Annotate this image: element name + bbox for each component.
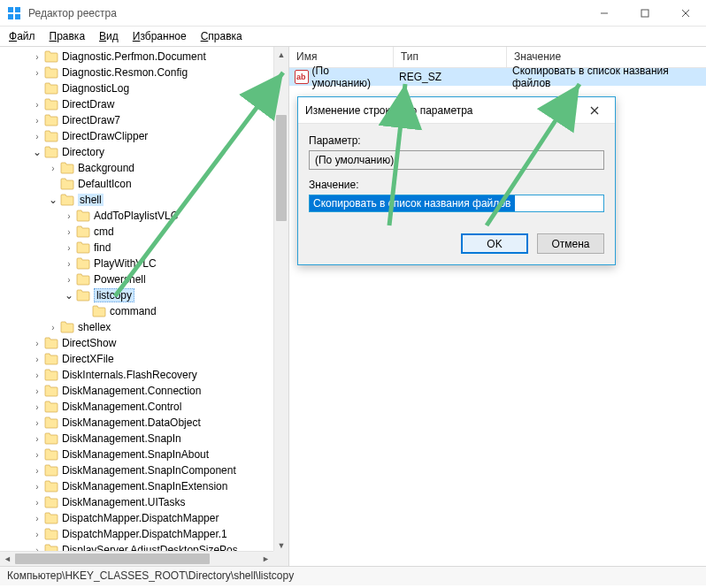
tree-item[interactable]: ›Powershell — [0, 271, 288, 287]
chevron-right-icon[interactable]: › — [48, 323, 58, 332]
tree-item[interactable]: ›DiskInternals.FlashRecovery — [0, 367, 288, 383]
tree-item[interactable]: ›Diagnostic.Resmon.Config — [0, 65, 288, 80]
tree[interactable]: ›Diagnostic.Perfmon.Document›Diagnostic.… — [0, 47, 288, 553]
chevron-right-icon[interactable]: › — [48, 164, 58, 173]
chevron-right-icon[interactable]: › — [32, 434, 42, 444]
tree-item[interactable]: ›DispatchMapper.DispatchMapper.1 — [0, 526, 288, 542]
tree-item-label: DispatchMapper.DispatchMapper.1 — [62, 528, 227, 540]
scroll-right-icon[interactable]: ► — [258, 552, 273, 566]
chevron-down-icon[interactable]: ⌄ — [48, 194, 58, 206]
tree-item[interactable]: ›Background — [0, 160, 288, 176]
folder-icon — [44, 496, 58, 508]
chevron-right-icon[interactable]: › — [32, 402, 42, 412]
chevron-right-icon[interactable]: › — [32, 418, 42, 428]
scroll-thumb-h[interactable] — [15, 554, 210, 564]
tree-item[interactable]: DefaultIcon — [0, 176, 288, 192]
menu-view[interactable]: Вид — [99, 30, 119, 42]
tree-item[interactable]: ›DiskManagement.SnapIn — [0, 431, 288, 447]
menu-help[interactable]: Справка — [201, 30, 242, 42]
chevron-right-icon[interactable]: › — [32, 132, 42, 141]
chevron-right-icon[interactable]: › — [64, 275, 74, 285]
tree-item[interactable]: ›DiskManagement.Connection — [0, 383, 288, 399]
tree-item[interactable]: ›cmd — [0, 224, 288, 240]
cell-name: (По умолчанию) — [289, 65, 394, 89]
tree-item-label: Directory — [62, 146, 104, 158]
list-row[interactable]: (По умолчанию) REG_SZ Скопировать в спис… — [289, 68, 706, 86]
scroll-up-icon[interactable]: ▲ — [274, 47, 288, 62]
tree-item[interactable]: ›DirectShow — [0, 335, 288, 351]
param-field: (По умолчанию) — [309, 150, 604, 170]
menu-edit[interactable]: Правка — [50, 30, 86, 42]
tree-item[interactable]: DiagnosticLog — [0, 80, 288, 96]
tree-item[interactable]: ›DirectXFile — [0, 351, 288, 367]
menu-favorites[interactable]: Избранное — [133, 30, 187, 42]
tree-item[interactable]: ›DiskManagement.UITasks — [0, 494, 288, 510]
close-button[interactable] — [665, 0, 706, 27]
tree-item[interactable]: ⌄shell — [0, 192, 288, 208]
tree-item[interactable]: ›shellex — [0, 319, 288, 335]
scroll-track-h[interactable] — [15, 552, 258, 566]
tree-item[interactable]: ›DirectDrawClipper — [0, 128, 288, 144]
menu-file[interactable]: Файл — [9, 30, 35, 42]
scroll-track[interactable] — [274, 62, 288, 538]
value-field-text: Скопировать в список названия файлов — [310, 195, 515, 211]
tree-item-label: DiskManagement.Connection — [62, 385, 201, 397]
value-field[interactable]: Скопировать в список названия файлов — [309, 195, 604, 212]
folder-icon — [44, 528, 58, 540]
chevron-right-icon[interactable]: › — [32, 52, 42, 62]
tree-item-label: Diagnostic.Resmon.Config — [62, 66, 188, 79]
chevron-right-icon[interactable]: › — [32, 355, 42, 364]
dialog-titlebar[interactable]: Изменение строкового параметра — [298, 97, 615, 124]
folder-icon — [44, 369, 58, 381]
chevron-right-icon[interactable]: › — [32, 498, 42, 508]
tree-item[interactable]: command — [0, 303, 288, 319]
chevron-right-icon[interactable]: › — [32, 370, 42, 380]
param-label: Параметр: — [309, 134, 604, 147]
chevron-right-icon[interactable]: › — [32, 514, 42, 523]
chevron-right-icon[interactable]: › — [32, 530, 42, 539]
tree-item[interactable]: ⌄listcopy — [0, 287, 288, 303]
chevron-down-icon[interactable]: ⌄ — [32, 146, 42, 158]
chevron-right-icon[interactable]: › — [64, 243, 74, 253]
chevron-right-icon[interactable]: › — [32, 386, 42, 396]
chevron-right-icon[interactable]: › — [64, 259, 74, 269]
dialog-close-button[interactable] — [581, 103, 608, 118]
tree-item[interactable]: ›find — [0, 240, 288, 256]
chevron-right-icon[interactable]: › — [32, 466, 42, 476]
tree-item-label: Background — [78, 162, 134, 174]
tree-item[interactable]: ›DiskManagement.SnapInComponent — [0, 462, 288, 478]
chevron-right-icon[interactable]: › — [32, 116, 42, 126]
tree-item[interactable]: ›DirectDraw — [0, 96, 288, 112]
minimize-button[interactable] — [584, 0, 625, 27]
tree-item-label: DiskManagement.SnapInExtension — [62, 480, 227, 493]
maximize-button[interactable] — [625, 0, 665, 27]
chevron-down-icon[interactable]: ⌄ — [64, 289, 74, 302]
ok-button[interactable]: OK — [461, 233, 528, 254]
tree-item[interactable]: ›PlayWithVLC — [0, 256, 288, 271]
tree-item-label: DiagnosticLog — [62, 82, 129, 95]
tree-item[interactable]: ›DirectDraw7 — [0, 112, 288, 128]
tree-item[interactable]: ⌄Directory — [0, 144, 288, 160]
chevron-right-icon[interactable]: › — [32, 450, 42, 460]
chevron-right-icon[interactable]: › — [32, 100, 42, 110]
tree-item[interactable]: ›DispatchMapper.DispatchMapper — [0, 510, 288, 526]
tree-item[interactable]: ›AddToPlaylistVLC — [0, 208, 288, 224]
tree-item[interactable]: ›DiskManagement.SnapInExtension — [0, 478, 288, 494]
status-path: Компьютер\HKEY_CLASSES_ROOT\Directory\sh… — [7, 569, 294, 582]
tree-scrollbar-vertical[interactable]: ▲ ▼ — [273, 47, 288, 553]
tree-item[interactable]: ›DiskManagement.SnapInAbout — [0, 447, 288, 462]
chevron-right-icon[interactable]: › — [32, 339, 42, 348]
chevron-right-icon[interactable]: › — [64, 227, 74, 237]
scroll-thumb[interactable] — [276, 115, 287, 221]
svg-rect-3 — [15, 14, 20, 19]
tree-item[interactable]: ›DiskManagement.DataObject — [0, 415, 288, 431]
cancel-button[interactable]: Отмена — [537, 233, 604, 254]
tree-item[interactable]: ›Diagnostic.Perfmon.Document — [0, 49, 288, 65]
scroll-left-icon[interactable]: ◄ — [0, 552, 15, 566]
column-header-type[interactable]: Тип — [394, 47, 507, 67]
chevron-right-icon[interactable]: › — [32, 68, 42, 78]
chevron-right-icon[interactable]: › — [32, 482, 42, 492]
tree-scrollbar-horizontal[interactable]: ◄ ► — [0, 551, 273, 566]
chevron-right-icon[interactable]: › — [64, 211, 74, 221]
tree-item[interactable]: ›DiskManagement.Control — [0, 399, 288, 415]
